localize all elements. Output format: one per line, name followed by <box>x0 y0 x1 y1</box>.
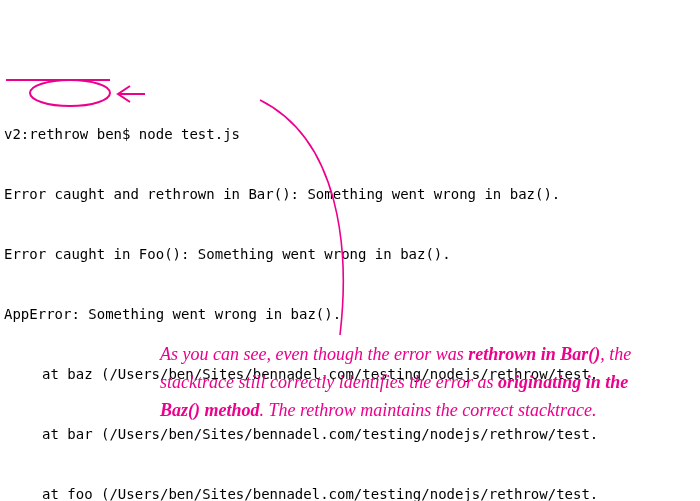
annotation-caption: As you can see, even though the error wa… <box>160 340 660 424</box>
output-line: AppError: Something went wrong in baz(). <box>4 304 700 324</box>
command-line: v2:rethrow ben$ node test.js <box>4 124 700 144</box>
output-line: Error caught in Foo(): Something went wr… <box>4 244 700 264</box>
stack-frame: at foo (/Users/ben/Sites/bennadel.com/te… <box>4 484 700 501</box>
output-line: Error caught and rethrown in Bar(): Some… <box>4 184 700 204</box>
typed-command: node test.js <box>139 126 240 142</box>
shell-prompt: v2:rethrow ben$ <box>4 126 139 142</box>
stack-frame: at bar (/Users/ben/Sites/bennadel.com/te… <box>4 424 700 444</box>
terminal-output: v2:rethrow ben$ node test.js Error caugh… <box>0 80 700 501</box>
